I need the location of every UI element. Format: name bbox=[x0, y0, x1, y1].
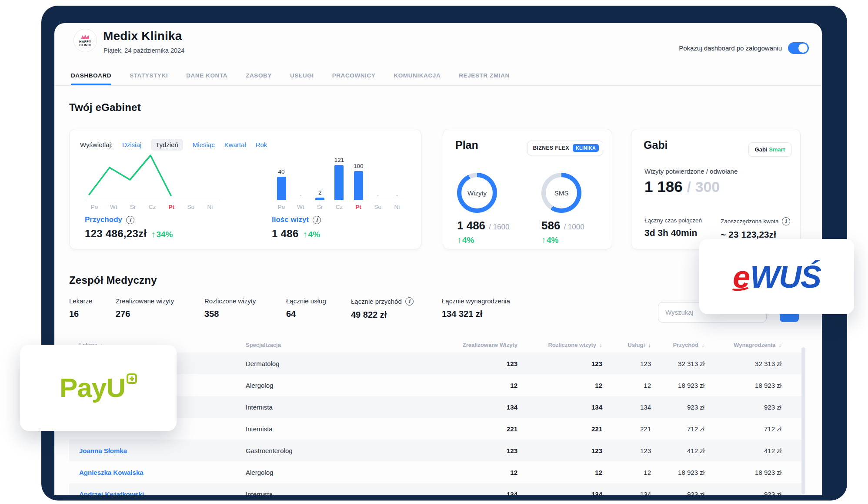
tab-dane-konta[interactable]: DANE KONTA bbox=[186, 72, 227, 85]
stat-value: 134 321 zł bbox=[442, 309, 537, 319]
cell-zreal: 221 bbox=[385, 425, 517, 433]
egabinet-section-title: Twój eGabinet bbox=[69, 101, 141, 114]
cell-usl: 221 bbox=[602, 425, 651, 433]
plan-badge: BIZNES FLEX KLINIKA bbox=[527, 141, 603, 155]
tab-zasoby[interactable]: ZASOBY bbox=[246, 72, 272, 85]
stat-label: Rozliczone wizyty bbox=[204, 297, 286, 305]
doctor-name-link[interactable]: Joanna Słomka bbox=[79, 447, 246, 454]
saved-value: ~ 23 123,23zł bbox=[721, 229, 801, 240]
table-row: Internista 221 221 221 712 zł 712 zł bbox=[69, 418, 801, 440]
info-icon[interactable]: i bbox=[313, 216, 321, 224]
cell-usl: 12 bbox=[602, 469, 651, 476]
trend-up-icon: ↑ bbox=[541, 235, 546, 245]
filter-kwartal[interactable]: Kwartał bbox=[224, 141, 246, 148]
team-stats: Lekarze16 Zrealizowane wizyty276 Rozlicz… bbox=[69, 297, 537, 320]
day-label: Śr bbox=[310, 204, 330, 210]
saved-label: Zaoszczędzona kwota bbox=[721, 218, 779, 225]
tab-statystyki[interactable]: STATYSTYKI bbox=[130, 72, 168, 85]
wizyty-donut: Wizyty bbox=[457, 173, 497, 213]
toggle-knob bbox=[798, 44, 808, 53]
col-rozliczone[interactable]: Rozliczone wizyty↓ bbox=[517, 342, 602, 349]
doctor-spec: Alergolog bbox=[246, 469, 385, 476]
cell-wyn: 712 zł bbox=[704, 425, 781, 433]
tab-rejestr-zmian[interactable]: REJESTR ZMIAN bbox=[459, 72, 510, 85]
visits-label: Ilośc wizyt bbox=[272, 215, 309, 224]
revenue-value: 123 486,23zł bbox=[85, 228, 147, 240]
gauge-wizyty: Wizyty 1 486 / 1600 ↑4% bbox=[443, 173, 527, 245]
cell-zreal: 134 bbox=[385, 403, 517, 411]
col-przychod[interactable]: Przychód↓ bbox=[651, 342, 704, 349]
bar-value: - bbox=[377, 192, 379, 198]
wizyty-change: 4% bbox=[462, 235, 474, 245]
bar-value: - bbox=[300, 192, 302, 198]
revenue-change: 34% bbox=[156, 230, 173, 239]
gabi-smart-badge: Gabi Smart bbox=[748, 142, 791, 157]
day-label: Ni bbox=[200, 204, 220, 210]
revenue-label: Przychody bbox=[85, 215, 122, 224]
tab-dashboard[interactable]: DASHBOARD bbox=[71, 72, 111, 85]
day-label: Po bbox=[85, 204, 104, 210]
cell-przy: 18 923 zł bbox=[651, 469, 704, 476]
clinic-logo: HAPPY CLINIC bbox=[73, 29, 97, 52]
display-label: Wyświetlaj: bbox=[80, 141, 113, 148]
stat-value: 16 bbox=[69, 309, 116, 319]
cell-zreal: 123 bbox=[385, 360, 517, 367]
sort-icon: ↓ bbox=[599, 342, 602, 349]
trend-up-icon: ↑ bbox=[457, 235, 461, 245]
filter-miesiac[interactable]: Miesiąc bbox=[193, 141, 215, 148]
dashboard-toggle-label: Pokazuj dashboard po zalogowaniu bbox=[679, 44, 782, 52]
info-icon[interactable]: i bbox=[405, 297, 414, 306]
table-row: Alergolog 12 12 12 18 923 zł 18 923 zł bbox=[69, 374, 801, 396]
filter-rok[interactable]: Rok bbox=[256, 141, 267, 148]
filter-dzisiaj[interactable]: Dzisiaj bbox=[122, 141, 141, 148]
cell-rozl: 134 bbox=[517, 403, 602, 411]
doctor-name-link[interactable]: Agnieszka Kowalska bbox=[79, 469, 246, 476]
col-wynagrodzenia[interactable]: Wynagrodzenia↓ bbox=[704, 342, 781, 349]
table-scrollbar[interactable] bbox=[801, 347, 805, 494]
col-specjalizacja[interactable]: Specjalizacja bbox=[246, 342, 385, 348]
doctor-spec: Internista bbox=[246, 403, 385, 411]
bar bbox=[334, 165, 344, 200]
dashboard-toggle[interactable] bbox=[788, 42, 809, 54]
tab-uslugi[interactable]: USŁUGI bbox=[290, 72, 314, 85]
tab-pracownicy[interactable]: PRACOWNICY bbox=[332, 72, 376, 85]
table-row: Andrzej Kwiatkowski Internista 134 134 1… bbox=[69, 483, 801, 495]
doctors-table: Lekarz↓ Specjalizacja Zrealizowane Wizyt… bbox=[69, 337, 801, 495]
doctor-name-link[interactable]: Andrzej Kwiatkowski bbox=[79, 491, 246, 496]
stat-value: 49 822 zł bbox=[351, 310, 442, 320]
cell-zreal: 134 bbox=[385, 491, 517, 496]
stat-label: Lekarze bbox=[69, 297, 116, 305]
cell-rozl: 12 bbox=[517, 469, 602, 476]
bar-value: 100 bbox=[354, 163, 364, 169]
wizyty-value: 1 486 bbox=[457, 219, 485, 232]
day-label-highlight: Pt bbox=[162, 204, 181, 210]
cell-usl: 12 bbox=[602, 382, 651, 389]
day-label: Śr bbox=[124, 204, 143, 210]
day-label: Po bbox=[272, 204, 291, 210]
info-icon[interactable]: i bbox=[782, 217, 790, 225]
payu-plus-icon bbox=[127, 373, 137, 384]
table-row: Joanna Słomka Gastroenterolog 123 123 12… bbox=[69, 440, 801, 461]
ewus-logo: e WUŚ bbox=[733, 261, 821, 292]
visits-day-labels: Po Wt Śr Cz Pt So Ni bbox=[272, 204, 407, 210]
plan-badge-chip: KLINIKA bbox=[573, 144, 599, 152]
col-zrealizowane[interactable]: Zrealizowane Wizyty bbox=[385, 342, 517, 348]
tab-komunikacja[interactable]: KOMUNIKACJA bbox=[394, 72, 441, 85]
cell-wyn: 18 923 zł bbox=[704, 469, 781, 476]
gabi-metric-label: Wizyty potwierdzone / odwołane bbox=[644, 168, 738, 175]
ewus-logo-e: e bbox=[733, 261, 750, 292]
stat-label: Łącznie przychód bbox=[351, 298, 402, 305]
day-label: Wt bbox=[104, 204, 123, 210]
sort-icon: ↓ bbox=[778, 342, 781, 349]
gabi-badge-accent: Smart bbox=[769, 146, 785, 153]
call-time-value: 3d 3h 40min bbox=[644, 228, 721, 238]
stat-label: Łącznie wynagrodzenia bbox=[442, 297, 537, 305]
cell-usl: 134 bbox=[602, 491, 651, 496]
cell-przy: 18 923 zł bbox=[651, 382, 704, 389]
filter-tydzien[interactable]: Tydzień bbox=[151, 139, 183, 151]
cell-wyn: 32 313 zł bbox=[704, 360, 781, 367]
info-icon[interactable]: i bbox=[126, 216, 134, 224]
col-uslugi[interactable]: Usługi↓ bbox=[602, 342, 651, 349]
stat-label: Łącznie usług bbox=[286, 297, 351, 305]
trend-up-icon: ↑ bbox=[303, 229, 307, 239]
